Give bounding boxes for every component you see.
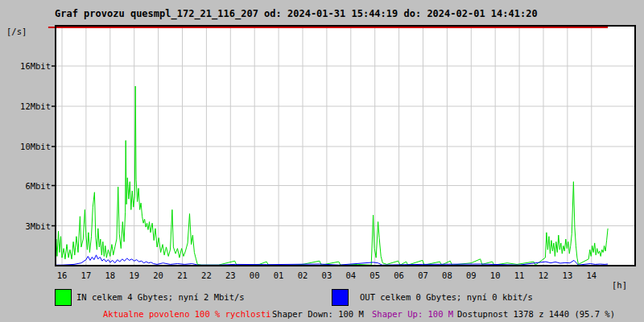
x-axis-tick-label: 03	[318, 270, 336, 280]
x-axis-tick-label: 13	[559, 270, 576, 280]
y-axis-tick-label: 3Mbit	[13, 221, 51, 231]
x-axis-tick-label: 23	[221, 270, 239, 280]
x-axis-tick-label: 00	[246, 270, 263, 280]
x-axis-tick-label: 21	[174, 270, 192, 280]
x-axis-tick-label: 04	[342, 270, 360, 280]
x-axis-tick-label: 10	[486, 270, 504, 280]
y-axis-tick-label: 12Mbit	[13, 101, 51, 111]
in-legend-swatch	[55, 289, 72, 306]
out-legend-label: OUT celkem 0 Gbytes; nyní 0 kbit/s	[360, 292, 533, 303]
in-legend-label: IN celkem 4 Gbytes; nyní 2 Mbit/s	[76, 292, 245, 303]
x-axis-tick-label: 07	[415, 270, 432, 280]
x-axis-tick-label: 18	[101, 270, 119, 280]
x-axis-tick-label: 16	[53, 270, 71, 280]
allowed-speed-status: Aktualne povoleno 100 % rychlosti	[103, 309, 271, 320]
x-axis-tick-label: 17	[77, 270, 95, 280]
traffic-graph-page: { "title": "Graf provozu quesmpl_172_21_…	[0, 0, 644, 322]
x-axis-tick-label: 14	[583, 270, 601, 280]
out-legend-swatch	[332, 289, 349, 306]
y-axis-tick-label: 16Mbit	[13, 61, 51, 71]
shaper-up-status: Shaper Up: 100 M	[372, 309, 453, 320]
x-axis-tick-label: 01	[270, 270, 287, 280]
y-axis-tick-label: 6Mbit	[13, 181, 51, 191]
x-axis-tick-label: 12	[535, 270, 552, 280]
x-axis-tick-label: 20	[150, 270, 167, 280]
plot-background	[55, 25, 636, 266]
x-axis-tick-label: 06	[390, 270, 408, 280]
x-axis-tick-label: 19	[126, 270, 143, 280]
x-axis-tick-label: 05	[366, 270, 384, 280]
shaper-down-status: Shaper Down: 100 M	[272, 309, 364, 320]
x-axis-tick-label: 09	[462, 270, 480, 280]
x-axis-tick-label: 02	[294, 270, 312, 280]
y-axis-tick-label: 10Mbit	[13, 142, 51, 151]
x-axis-tick-label: 22	[197, 270, 215, 280]
x-axis-tick-label: 11	[510, 270, 528, 280]
availability-status: Dostupnost 1378 z 1440 (95.7 %)	[457, 309, 615, 320]
x-axis-tick-label: 08	[438, 270, 456, 280]
